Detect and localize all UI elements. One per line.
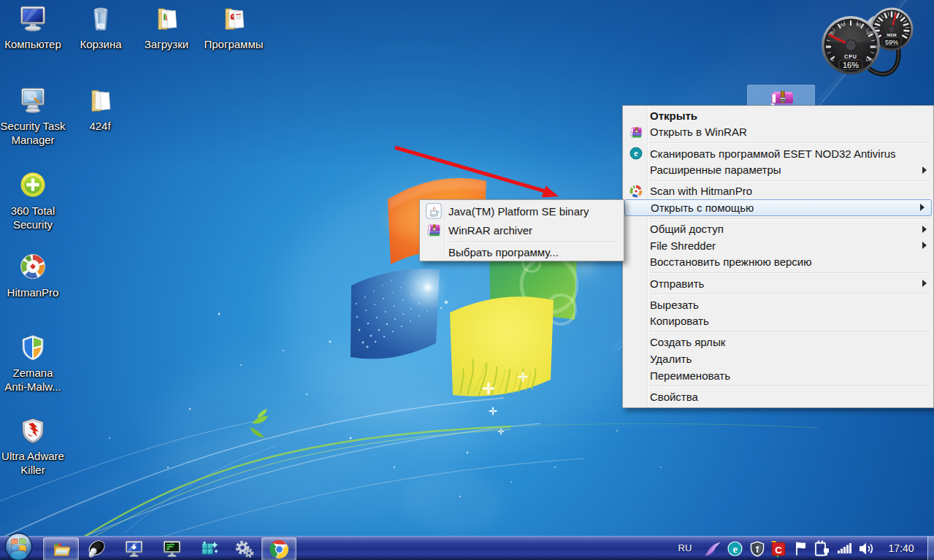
- submenu-arrow-icon: [922, 242, 927, 249]
- downloads-folder-icon: [152, 4, 181, 34]
- menu-item-restore-previous[interactable]: Восстановить прежнюю версию: [623, 254, 933, 271]
- tray-feather-icon[interactable]: [703, 540, 723, 559]
- taskbar: RU e C: [0, 536, 934, 560]
- svg-text:m: m: [780, 97, 784, 102]
- desktop-icon-zemana[interactable]: ZemanaAnti-Malw...: [0, 333, 66, 394]
- desktop-icon-hitmanpro[interactable]: HitmanPro: [0, 253, 66, 299]
- winrar-icon: [629, 125, 643, 139]
- menu-item-open-in-winrar[interactable]: Открыть в WinRAR: [623, 124, 933, 141]
- svg-text:C: C: [775, 545, 782, 556]
- menu-item-cut[interactable]: Вырезать: [623, 296, 933, 313]
- desktop-icon-360-total-security[interactable]: 360 TotalSecurity: [0, 171, 66, 231]
- cpu-gauge-label: CPU: [844, 54, 857, 59]
- menu-item-create-shortcut[interactable]: Создать ярлык: [623, 334, 933, 351]
- explorer-icon: [52, 540, 71, 559]
- tray-network-icon[interactable]: [836, 541, 854, 556]
- menu-item-scan-eset[interactable]: e Сканировать программой ESET NOD32 Anti…: [623, 145, 933, 162]
- java-icon: [425, 202, 443, 220]
- tray-clock[interactable]: 17:40: [882, 542, 920, 554]
- desktop-icon-ultra-adware-killer[interactable]: Ultra AdwareKiller: [0, 416, 66, 477]
- ultra-adware-killer-icon: [18, 416, 47, 445]
- submenu-arrow-icon: [922, 280, 927, 287]
- menu-separator: [650, 142, 931, 143]
- svg-text:140: 140: [865, 58, 873, 62]
- desktop-icon-label: 424f: [67, 119, 133, 133]
- folder-icon: [85, 86, 115, 115]
- desktop-icon-downloads[interactable]: Загрузки: [134, 4, 199, 51]
- hitmanpro-icon: [18, 253, 47, 282]
- menu-item-properties[interactable]: Свойства: [623, 388, 933, 405]
- hitmanpro-icon: [629, 184, 643, 199]
- submenu-arrow-icon: [920, 204, 925, 211]
- desktop-icon-label: Программы: [201, 37, 267, 51]
- computer-icon: [18, 4, 47, 34]
- desktop-icon-label: Ultra AdwareKiller: [0, 449, 66, 477]
- mem-gauge-value: 59%: [885, 39, 898, 46]
- menu-item-copy[interactable]: Копировать: [623, 313, 933, 330]
- tray-volume-icon[interactable]: [857, 540, 876, 557]
- programs-folder-icon: [219, 4, 248, 34]
- submenu-arrow-icon: [922, 166, 927, 174]
- security-task-manager-icon: [18, 86, 47, 115]
- tray-comodo-icon[interactable]: C: [769, 540, 787, 559]
- desktop-icon-label: Корзина: [68, 37, 134, 51]
- menu-item-advanced-options[interactable]: Расширенные параметры: [623, 161, 933, 178]
- tray-language-indicator[interactable]: RU: [675, 542, 695, 553]
- eset-icon: e: [629, 146, 643, 161]
- desktop-icon-label: 360 TotalSecurity: [0, 204, 66, 231]
- taskbar-chrome-button[interactable]: [261, 537, 296, 560]
- svg-text:120: 120: [870, 45, 878, 49]
- 360-total-security-icon: [18, 171, 47, 200]
- taskbar-speaker-icon[interactable]: [86, 540, 107, 559]
- desktop-icon-computer[interactable]: Компьютер: [0, 4, 66, 51]
- menu-separator: [650, 386, 931, 386]
- desktop-icon-label: Загрузки: [134, 37, 199, 51]
- mem-gauge-label: MEM: [887, 33, 897, 37]
- zemana-icon: [18, 333, 47, 362]
- cpu-gauge: 02040 6080100 120140160 CPU 16%: [822, 16, 880, 74]
- menu-item-open[interactable]: Открыть: [623, 107, 933, 124]
- desktop-icon-424f[interactable]: 424f: [67, 86, 133, 133]
- menu-item-send-to[interactable]: Отправить: [623, 275, 933, 292]
- recycle-bin-icon: [86, 4, 115, 34]
- desktop-icon-programs[interactable]: Программы: [201, 4, 267, 51]
- show-desktop-button[interactable]: [927, 537, 934, 560]
- taskbar-remote-desktop-icon[interactable]: [124, 540, 144, 559]
- menu-separator: [447, 242, 621, 242]
- desktop-icon-label: Security TaskManager: [0, 119, 66, 147]
- taskbar-cubes-icon[interactable]: [200, 540, 219, 558]
- taskbar-explorer-button[interactable]: [43, 537, 79, 560]
- svg-text:e: e: [732, 544, 737, 555]
- windows7-desktop: Компьютер Корзина: [0, 0, 934, 560]
- desktop-icon-label: Компьютер: [0, 37, 66, 51]
- menu-item-file-shredder[interactable]: File Shredder: [623, 237, 933, 254]
- tray-eset-icon[interactable]: e: [727, 540, 743, 557]
- tray-shield-icon[interactable]: [749, 540, 765, 557]
- start-button[interactable]: [2, 530, 35, 560]
- desktop-icon-label: ZemanaAnti-Malw...: [0, 366, 66, 394]
- tray-device-icon[interactable]: [813, 540, 832, 558]
- menu-item-sharing[interactable]: Общий доступ: [623, 220, 933, 237]
- context-menu: Открыть Открыть в WinRAR e: [622, 105, 934, 408]
- taskbar-console-icon[interactable]: [162, 540, 182, 559]
- menu-item-rename[interactable]: Переименовать: [623, 367, 933, 384]
- tray-action-center-icon[interactable]: [793, 540, 809, 557]
- submenu-item-choose-program[interactable]: Выбрать программу...: [420, 245, 624, 261]
- menu-item-delete[interactable]: Удалить: [623, 350, 933, 367]
- menu-item-open-with[interactable]: Открыть с помощью: [624, 199, 932, 216]
- menu-separator: [650, 180, 931, 181]
- cpu-meter-gadget[interactable]: MEM 59%: [803, 0, 934, 88]
- taskbar-settings-icon[interactable]: [234, 540, 254, 559]
- menu-separator: [650, 294, 931, 294]
- desktop-icon-security-task-manager[interactable]: Security TaskManager: [0, 86, 66, 147]
- svg-text:e: e: [634, 148, 638, 158]
- winrar-icon: [425, 221, 443, 239]
- submenu-arrow-icon: [922, 226, 927, 233]
- submenu-item-winrar[interactable]: WinRAR archiver: [420, 220, 624, 239]
- menu-item-scan-hitmanpro[interactable]: Scan with HitmanPro: [623, 183, 933, 200]
- open-with-submenu: Java(TM) Platform SE binary WinRAR archi…: [419, 199, 624, 261]
- submenu-item-java[interactable]: Java(TM) Platform SE binary: [420, 202, 624, 220]
- desktop-icon-recycle-bin[interactable]: Корзина: [68, 4, 134, 51]
- menu-separator: [650, 272, 931, 273]
- desktop-icon-label: HitmanPro: [0, 285, 66, 299]
